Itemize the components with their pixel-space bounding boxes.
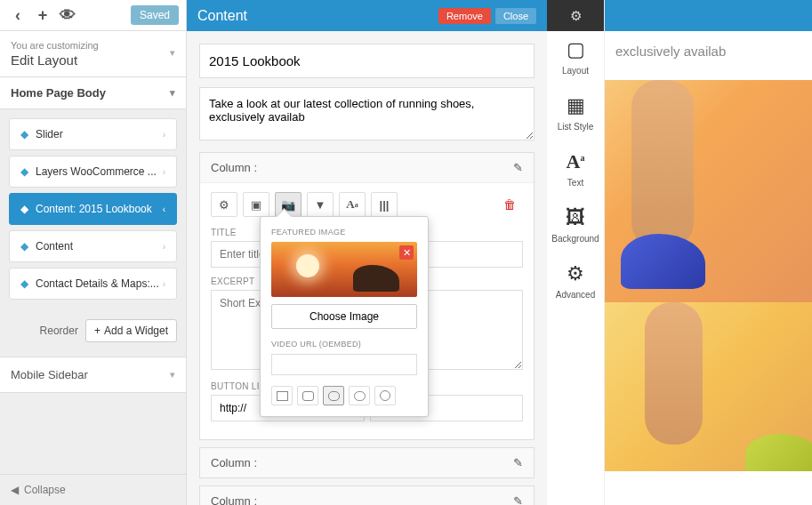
chevron-down-icon: ▾ xyxy=(170,87,175,99)
chevron-down-icon: ▾ xyxy=(170,369,175,381)
layers-icon: ◆ xyxy=(20,128,28,140)
remove-button[interactable]: Remove xyxy=(438,8,491,24)
layers-icon: ◆ xyxy=(20,203,28,215)
chevron-right-icon: › xyxy=(163,242,165,252)
column-header[interactable]: Column : ✎ xyxy=(200,153,534,182)
chevron-left-icon: ‹ xyxy=(163,204,165,214)
design-advanced[interactable]: ⚙Advanced xyxy=(547,255,604,311)
image-shape-row xyxy=(271,386,417,405)
preview-body-text: exclusively availab xyxy=(605,31,812,71)
column-header[interactable]: Column :✎ xyxy=(200,448,534,477)
pencil-icon[interactable]: ✎ xyxy=(513,161,523,174)
video-url-input[interactable] xyxy=(271,354,417,375)
widget-content-lookbook[interactable]: ◆Content: 2015 Lookbook‹ xyxy=(9,193,177,225)
collapse-button[interactable]: ◀ Collapse xyxy=(0,474,186,505)
edit-layout-title: Edit Layout xyxy=(11,52,175,68)
widget-list: ◆Slider› ◆Layers WooCommerce ...› ◆Conte… xyxy=(0,109,186,314)
column-accordion-open: Column : ✎ ⚙ ▣ 📷 ▼ Aa ||| 🗑 TITLE EXCERP… xyxy=(199,152,535,440)
featured-image-popover: FEATURED IMAGE ✕ Choose Image VIDEO URL … xyxy=(260,216,429,417)
preview-topbar xyxy=(605,0,812,31)
image-icon: 🖼 xyxy=(551,208,600,228)
chevron-right-icon: › xyxy=(163,130,165,140)
chevron-right-icon: › xyxy=(163,279,165,289)
text-icon: Aa xyxy=(551,152,600,172)
column-accordion: Column :✎ xyxy=(199,485,535,505)
shape-round-sm[interactable] xyxy=(297,386,318,405)
text-size-icon[interactable]: Aa xyxy=(339,192,366,217)
shape-square[interactable] xyxy=(271,386,293,405)
preview-image-runner-bottom xyxy=(605,302,812,471)
trash-icon[interactable]: 🗑 xyxy=(496,192,523,217)
shield-icon[interactable]: ▼ xyxy=(307,192,334,217)
remove-image-icon[interactable]: ✕ xyxy=(399,245,414,260)
shape-circle[interactable] xyxy=(374,386,396,405)
shape-round-lg[interactable] xyxy=(349,386,370,405)
layers-icon: ◆ xyxy=(20,277,28,290)
widget-woocommerce[interactable]: ◆Layers WooCommerce ...› xyxy=(9,156,177,188)
image-decoration xyxy=(296,254,319,277)
design-text[interactable]: AaText xyxy=(547,143,604,199)
layers-icon: ◆ xyxy=(20,240,28,252)
preview-pane: exclusively availab xyxy=(605,0,812,505)
chevron-right-icon: › xyxy=(163,167,165,177)
featured-image-preview: ✕ xyxy=(271,242,417,297)
section-home-body[interactable]: Home Page Body ▾ xyxy=(0,77,186,109)
chevron-down-icon: ▾ xyxy=(170,47,175,59)
customize-header[interactable]: You are customizing Edit Layout ▾ xyxy=(0,31,186,77)
design-background[interactable]: 🖼Background xyxy=(547,199,604,255)
content-body: Take a look at our latest collection of … xyxy=(187,31,547,505)
sidebar-topbar: ‹ + 👁 Saved xyxy=(0,0,186,31)
close-button[interactable]: Close xyxy=(495,8,536,24)
add-icon[interactable]: + xyxy=(32,4,53,26)
section-label: Home Page Body xyxy=(11,86,106,100)
section-mobile-sidebar[interactable]: Mobile Sidebar ▾ xyxy=(0,357,186,393)
design-panel: ⚙ ▢Layout ▦List Style AaText 🖼Background… xyxy=(547,0,605,505)
design-list-style[interactable]: ▦List Style xyxy=(547,87,604,143)
grid-icon: ▦ xyxy=(551,96,600,116)
sliders-icon: ⚙ xyxy=(551,264,600,284)
add-widget-button[interactable]: +Add a Widget xyxy=(85,319,177,342)
preview-image-runner xyxy=(605,80,812,302)
featured-image-label: FEATURED IMAGE xyxy=(271,228,417,236)
design-header[interactable]: ⚙ xyxy=(547,0,604,31)
body-textarea[interactable]: Take a look at our latest collection of … xyxy=(199,87,535,140)
panel-title: Content xyxy=(197,8,247,24)
customizing-label: You are customizing xyxy=(11,40,175,51)
widget-slider[interactable]: ◆Slider› xyxy=(9,118,177,150)
back-icon[interactable]: ‹ xyxy=(7,4,28,26)
pencil-icon[interactable]: ✎ xyxy=(513,456,523,469)
layers-icon: ◆ xyxy=(20,165,28,178)
collapse-icon: ◀ xyxy=(11,484,19,496)
column-header[interactable]: Column :✎ xyxy=(200,486,534,505)
image-icon[interactable]: ▣ xyxy=(243,192,269,217)
column-accordion: Column :✎ xyxy=(199,447,535,478)
plus-icon: + xyxy=(94,325,100,337)
sliders-icon[interactable]: ⚙ xyxy=(211,192,237,217)
heading-input[interactable] xyxy=(199,44,535,78)
image-decoration xyxy=(353,265,399,292)
choose-image-button[interactable]: Choose Image xyxy=(271,304,417,329)
layout-icon: ▢ xyxy=(551,40,600,60)
content-panel: Content Remove Close Take a look at our … xyxy=(187,0,547,505)
preview-eye-icon[interactable]: 👁 xyxy=(57,4,78,26)
design-layout[interactable]: ▢Layout xyxy=(547,31,604,87)
widget-actions: Reorder +Add a Widget xyxy=(0,314,186,353)
saved-button[interactable]: Saved xyxy=(131,5,179,25)
shape-round-md[interactable] xyxy=(323,386,344,405)
column-body: ⚙ ▣ 📷 ▼ Aa ||| 🗑 TITLE EXCERPT BUTTON LI… xyxy=(200,182,534,439)
sliders-icon: ⚙ xyxy=(570,8,582,24)
widget-content[interactable]: ◆Content› xyxy=(9,230,177,262)
widget-contact-maps[interactable]: ◆Contact Details & Maps:...› xyxy=(9,268,177,300)
video-url-label: VIDEO URL (OEMBED) xyxy=(271,340,417,349)
columns-icon[interactable]: ||| xyxy=(371,192,398,217)
column-toolbar: ⚙ ▣ 📷 ▼ Aa ||| 🗑 xyxy=(211,192,523,217)
reorder-link[interactable]: Reorder xyxy=(40,325,78,337)
content-header: Content Remove Close xyxy=(187,0,547,31)
pencil-icon[interactable]: ✎ xyxy=(513,494,523,505)
customizer-sidebar: ‹ + 👁 Saved You are customizing Edit Lay… xyxy=(0,0,187,505)
